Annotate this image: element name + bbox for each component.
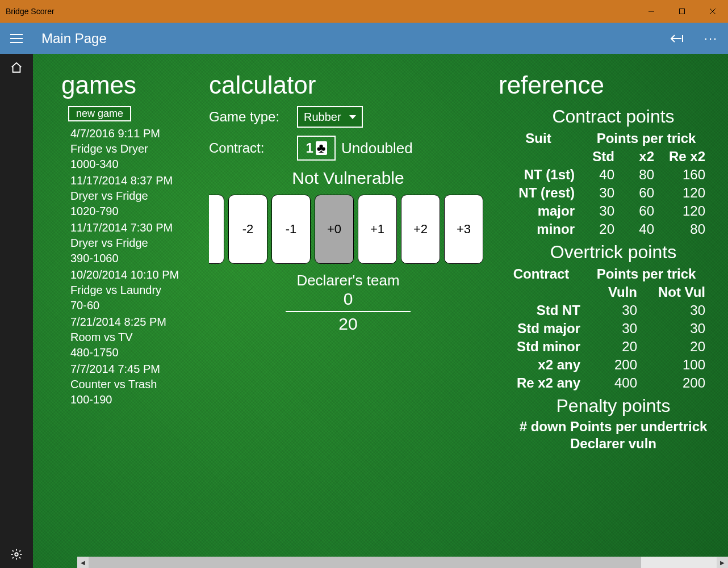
contract-label: Contract: [209, 140, 297, 156]
table-row: Std minor 20 20 [499, 338, 728, 356]
window-titlebar: Bridge Scorer [0, 0, 728, 23]
maximize-button[interactable] [667, 0, 697, 23]
game-teams: Fridge vs Laundry [70, 283, 203, 298]
table-row: Re x2 any 400 200 [499, 374, 728, 392]
game-date: 4/7/2016 9:11 PM [70, 126, 203, 141]
score-divider [286, 311, 411, 312]
close-button[interactable] [697, 0, 728, 23]
minimize-button[interactable] [636, 0, 667, 23]
game-teams: Counter vs Trash [70, 377, 203, 392]
game-type-label: Game type: [209, 109, 297, 125]
score-title: Declarer's team [296, 272, 399, 289]
doubling-state[interactable]: Undoubled [341, 140, 413, 157]
table-row: x2 any 200 100 [499, 356, 728, 374]
scroll-track[interactable] [89, 557, 717, 568]
overtrick-points-title: Overtrick points [499, 242, 728, 263]
contract-points-table: Suit Points per trick Std x2 Re x2 NT (1… [499, 129, 728, 238]
col-header-ppt: Points per trick [578, 129, 714, 148]
new-game-button[interactable]: new game [68, 106, 131, 121]
game-list-item[interactable]: 7/21/2014 8:25 PM Room vs TV 480-1750 [61, 314, 203, 360]
game-list-item[interactable]: 4/7/2016 9:11 PM Fridge vs Dryer 1000-34… [61, 126, 203, 172]
table-row: Std major 30 30 [499, 319, 728, 338]
app-header: Main Page ··· [0, 23, 728, 54]
games-heading: games [61, 71, 203, 99]
left-nav-rail [0, 54, 33, 568]
overtrick-points-table: Contract Points per trick Vuln Not Vul S… [499, 265, 728, 392]
game-score: 100-190 [70, 392, 203, 407]
svg-point-9 [15, 553, 18, 556]
game-score: 1000-340 [70, 157, 203, 172]
game-list-item[interactable]: 10/20/2014 10:10 PM Fridge vs Laundry 70… [61, 267, 203, 313]
score-block: Declarer's team 0 20 [209, 272, 487, 334]
game-score: 480-1750 [70, 345, 203, 360]
game-type-value: Rubber [304, 111, 341, 124]
back-arrow-button[interactable] [666, 27, 688, 50]
game-list-item[interactable]: 11/17/2014 8:37 PM Dryer vs Fridge 1020-… [61, 173, 203, 219]
game-score: 70-60 [70, 298, 203, 313]
penalty-points-title: Penalty points [499, 396, 728, 416]
reference-heading: reference [499, 71, 728, 99]
trick-card[interactable]: 3 [209, 195, 224, 264]
horizontal-scrollbar[interactable]: ◀ ▶ [77, 557, 728, 568]
scroll-right-arrow[interactable]: ▶ [717, 557, 728, 568]
game-score: 1020-790 [70, 204, 203, 219]
penalty-sub1: # down Points per undertrick [499, 419, 728, 435]
penalty-sub2: Declarer vuln [499, 436, 728, 452]
calculator-heading: calculator [209, 71, 493, 99]
contract-level: 1 [306, 140, 313, 156]
game-date: 11/17/2014 8:37 PM [70, 173, 203, 188]
trick-card[interactable]: -1 [271, 195, 311, 264]
table-row: major 30 60 120 [499, 202, 728, 220]
chevron-down-icon [349, 115, 356, 119]
game-date: 10/20/2014 10:10 PM [70, 267, 203, 283]
reference-panel: reference Contract points Suit Points pe… [493, 54, 728, 568]
game-teams: Room vs TV [70, 330, 203, 345]
games-panel: games new game 4/7/2016 9:11 PM Fridge v… [33, 54, 203, 568]
trick-card[interactable]: +0 [315, 195, 354, 264]
trick-card[interactable]: +3 [444, 195, 483, 264]
trick-card[interactable]: +1 [358, 195, 397, 264]
trick-cards-row: 3-2-1+0+1+2+3 [209, 195, 487, 264]
trick-card[interactable]: +2 [401, 195, 440, 264]
table-row: Std NT 30 30 [499, 301, 728, 319]
more-options-button[interactable]: ··· [700, 27, 722, 50]
scroll-left-arrow[interactable]: ◀ [77, 557, 89, 568]
game-date: 7/21/2014 8:25 PM [70, 314, 203, 330]
table-row: NT (rest) 30 60 120 [499, 184, 728, 202]
game-type-dropdown[interactable]: Rubber [297, 106, 363, 128]
club-suit-icon: ♣ [316, 141, 327, 155]
game-score: 390-1060 [70, 251, 203, 266]
settings-gear-icon[interactable] [0, 541, 33, 568]
game-date: 7/7/2014 7:45 PM [70, 361, 203, 377]
contract-selector[interactable]: 1 ♣ [297, 136, 336, 161]
col-header-contract: Contract [499, 265, 584, 283]
col-header-suit: Suit [499, 129, 578, 148]
table-row: NT (1st) 40 80 160 [499, 166, 728, 184]
home-icon[interactable] [0, 54, 33, 81]
trick-card[interactable]: -2 [228, 195, 267, 264]
table-row: minor 20 40 80 [499, 220, 728, 238]
vulnerability-label[interactable]: Not Vulnerable [209, 169, 487, 188]
hamburger-menu-button[interactable] [0, 23, 33, 54]
game-list-item[interactable]: 11/17/2014 7:30 PM Dryer vs Fridge 390-1… [61, 220, 203, 266]
score-below-line: 20 [338, 314, 357, 334]
game-teams: Fridge vs Dryer [70, 141, 203, 157]
window-title: Bridge Scorer [6, 7, 636, 16]
game-teams: Dryer vs Fridge [70, 235, 203, 251]
window-controls [636, 0, 728, 23]
page-title: Main Page [33, 31, 666, 47]
game-list-item[interactable]: 7/7/2014 7:45 PM Counter vs Trash 100-19… [61, 361, 203, 407]
contract-points-title: Contract points [499, 106, 728, 127]
scroll-thumb[interactable] [89, 557, 641, 568]
calculator-panel: calculator Game type: Rubber Contract: 1… [203, 54, 493, 568]
game-teams: Dryer vs Fridge [70, 188, 203, 204]
score-above-line: 0 [344, 289, 353, 309]
svg-rect-1 [680, 9, 685, 14]
game-date: 11/17/2014 7:30 PM [70, 220, 203, 235]
